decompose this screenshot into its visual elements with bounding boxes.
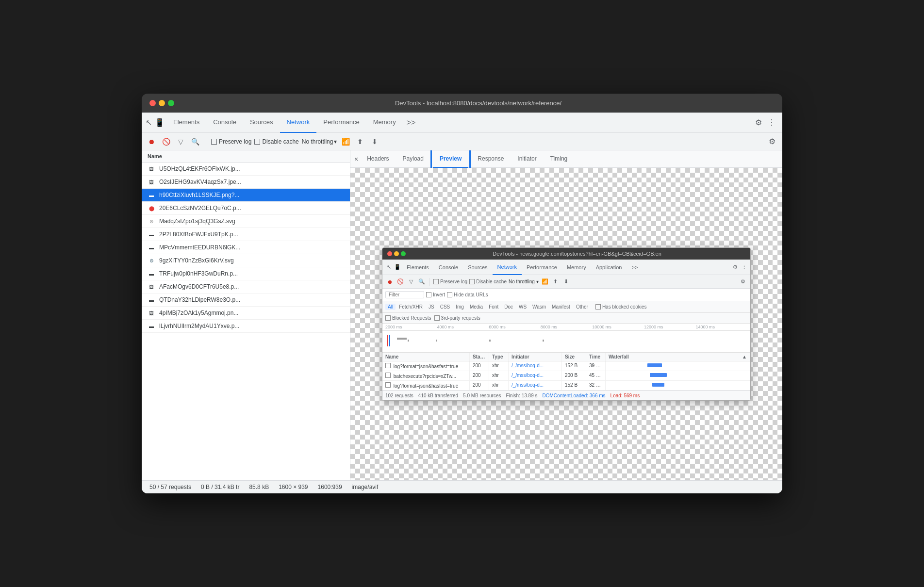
image-coords: 1600:939: [318, 484, 342, 490]
upload-icon[interactable]: ⬆: [354, 136, 366, 147]
nested-close-icon: [387, 251, 392, 256]
file-name: U5OHzQL4tEKFr6OFlxWK.jp...: [159, 165, 344, 172]
nested-devtools-screenshot: DevTools - news.google.com/topstories?hl…: [382, 247, 751, 401]
nested-disable-cache-label: Disable cache: [469, 279, 507, 284]
file-type-icon: ▬: [148, 296, 155, 304]
waterfall-bar: [650, 373, 667, 377]
nested-device-icon: 📱: [393, 263, 402, 272]
type-media: Media: [467, 304, 485, 310]
file-type-icon: ⬤: [148, 204, 155, 212]
nested-settings-icon: ⚙: [731, 263, 740, 272]
list-item[interactable]: 🖼 O2sIJEHG9avKV4aqzSx7.jpe...: [142, 176, 350, 189]
panel-close-button[interactable]: ×: [354, 155, 358, 163]
throttle-select[interactable]: No throttling ▾: [302, 138, 337, 145]
cell-size: 152 B: [562, 361, 586, 371]
disable-cache-checkbox[interactable]: [254, 139, 260, 145]
file-type-icon: ⊘: [148, 217, 155, 225]
tab-timing[interactable]: Timing: [544, 150, 575, 168]
type-other: Other: [574, 304, 591, 310]
preserve-log-label[interactable]: Preserve log: [211, 138, 251, 145]
devtools-tabs: ↖ 📱 Elements Console Sources Network Per…: [142, 113, 782, 133]
col-name: Name: [382, 353, 470, 361]
file-name: h90CtfziXluvh1LSSKJE.png?...: [159, 192, 344, 198]
network-settings-icon[interactable]: ⚙: [766, 134, 778, 149]
device-icon[interactable]: 📱: [155, 118, 165, 127]
cell-status: 200: [470, 361, 489, 371]
nested-window-title: DevTools - news.google.com/topstories?hl…: [409, 251, 745, 257]
cursor-icons: ↖ 📱: [146, 118, 165, 127]
resource-size: 85.8 kB: [249, 484, 269, 490]
row-checkbox: [385, 363, 391, 368]
list-item[interactable]: ▬ QTDnaY32hLDipeRW8e3O.p...: [142, 294, 350, 307]
tab-payload[interactable]: Payload: [396, 150, 430, 168]
cell-initiator: /_/mss/boq-d...: [509, 381, 562, 390]
search-icon[interactable]: 🔍: [189, 136, 201, 147]
nested-devtools-tabs: ↖ 📱 Elements Console Sources Network Per…: [382, 260, 750, 275]
tab-elements[interactable]: Elements: [166, 113, 206, 133]
list-item[interactable]: ⬤ 20E6CLcSzNV2GELQu7oC.p...: [142, 202, 350, 215]
list-item-selected[interactable]: ▬ h90CtfziXluvh1LSSKJE.png?...: [142, 189, 350, 202]
list-item[interactable]: ⚙ 9gzXiTYY0nZzBxGl6KrV.svg: [142, 254, 350, 267]
list-item[interactable]: ▬ MPcVmmemtEEDURBN6lGK...: [142, 241, 350, 254]
tab-console[interactable]: Console: [206, 113, 243, 133]
list-item[interactable]: ⊘ MadqZsIZpo1sj3qQ3GsZ.svg: [142, 215, 350, 228]
nested-throttle-label: No throttling ▾: [509, 279, 539, 284]
preserve-log-checkbox[interactable]: [211, 139, 217, 145]
tab-memory[interactable]: Memory: [366, 113, 403, 133]
panel-tabs: × Headers Payload Preview Response Initi…: [350, 150, 782, 168]
tab-performance[interactable]: Performance: [316, 113, 366, 133]
download-icon[interactable]: ⬇: [369, 136, 380, 147]
more-tabs-button[interactable]: >>: [403, 118, 420, 127]
list-item[interactable]: 🖼 AFacMOgv6D0CFTr6U5e8.p...: [142, 280, 350, 294]
nested-title-bar: DevTools - news.google.com/topstories?hl…: [382, 248, 750, 260]
record-button[interactable]: ⏺: [146, 136, 157, 147]
maximize-button[interactable]: [168, 100, 174, 106]
list-item[interactable]: ▬ lLjvrhNUlIrm2MydAU1Yxve.p...: [142, 320, 350, 333]
preview-content: DevTools - news.google.com/topstories?hl…: [350, 168, 782, 480]
file-type-icon: ▬: [148, 244, 155, 251]
col-initiator: Initiator: [509, 353, 562, 361]
requests-count: 50 / 57 requests: [149, 484, 191, 490]
disable-cache-label[interactable]: Disable cache: [254, 138, 298, 145]
list-item[interactable]: ▬ TRFujw0pi0nHF3GwDuRn.p...: [142, 267, 350, 280]
cell-waterfall: [606, 361, 750, 371]
tab-sources[interactable]: Sources: [243, 113, 280, 133]
filter-icon[interactable]: ▽: [175, 136, 186, 147]
settings-gear-icon[interactable]: ⚙: [752, 115, 765, 130]
tab-network[interactable]: Network: [280, 113, 317, 133]
clear-button[interactable]: 🚫: [160, 136, 172, 147]
list-item[interactable]: 🖼 U5OHzQL4tEKFr6OFlxWK.jp...: [142, 163, 350, 176]
file-name: 9gzXiTYY0nZzBxGl6KrV.svg: [159, 257, 344, 264]
more-options-icon[interactable]: ⋮: [765, 115, 778, 130]
type-manifest: Manifest: [549, 304, 573, 310]
tab-initiator[interactable]: Initiator: [511, 150, 543, 168]
file-name: 2P2L80XfBoFWJFxU9TpK.p...: [159, 231, 344, 238]
nested-tab-console: Console: [434, 260, 463, 275]
nested-tab-elements: Elements: [402, 260, 434, 275]
type-css: CSS: [438, 304, 453, 310]
tab-response[interactable]: Response: [471, 150, 511, 168]
file-type-icon: 🖼: [148, 165, 155, 173]
col-status: Status: [470, 353, 489, 361]
cell-initiator: /_/mss/boq-d...: [509, 371, 562, 380]
cell-time: 45 ms: [586, 371, 606, 380]
network-table: Name Status Type Initiator Size Time Wat…: [382, 353, 750, 391]
tab-preview[interactable]: Preview: [433, 150, 468, 168]
col-type: Type: [489, 353, 509, 361]
chevron-down-icon: ▾: [334, 138, 337, 145]
file-name: MadqZsIZpo1sj3qQ3GsZ.svg: [159, 218, 344, 225]
wifi-icon[interactable]: 📶: [340, 136, 351, 147]
minimize-button[interactable]: [159, 100, 165, 106]
file-name: TRFujw0pi0nHF3GwDuRn.p...: [159, 270, 344, 277]
close-button[interactable]: [149, 100, 156, 106]
type-wasm: Wasm: [530, 304, 548, 310]
cell-initiator: /_/mss/boq-d...: [509, 361, 562, 371]
list-item[interactable]: ▬ 2P2L80XfBoFWJFxU9TpK.p...: [142, 228, 350, 241]
row-checkbox: [385, 373, 391, 378]
table-row: log?format=json&hasfast=true 200 xhr /_/…: [382, 381, 750, 391]
tab-headers[interactable]: Headers: [360, 150, 396, 168]
cursor-icon[interactable]: ↖: [146, 118, 152, 127]
cell-status: 200: [470, 371, 489, 380]
list-item[interactable]: 🖼 4pIMBj7zOAk1y5Agmmoj.pn...: [142, 307, 350, 320]
ruler-mark: 14000 ms: [695, 325, 747, 329]
